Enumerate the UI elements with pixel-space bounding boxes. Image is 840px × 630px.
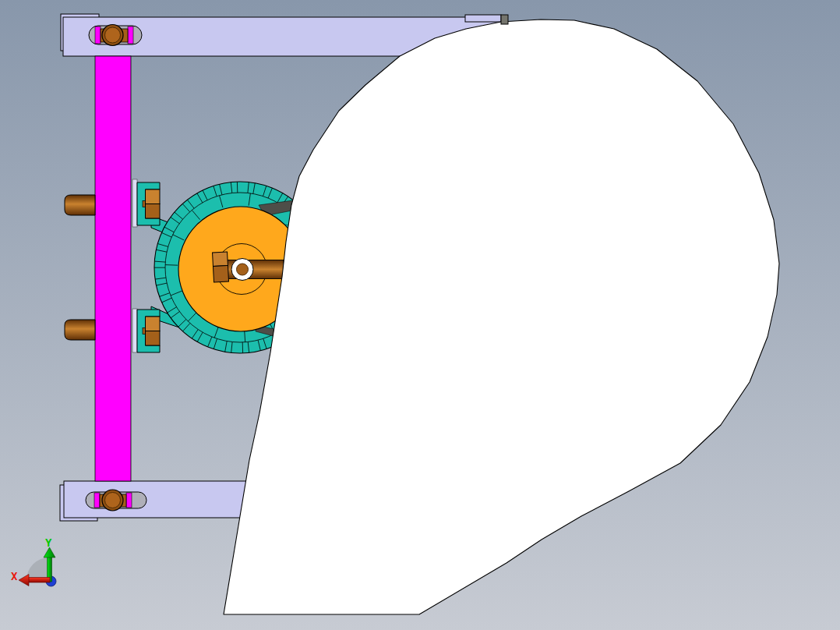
key-block-upper	[213, 252, 228, 266]
slot-beam-sliver-right	[128, 27, 133, 44]
hex-bolt-upper-half	[146, 189, 161, 204]
hex-bolt-lower-half	[146, 204, 161, 219]
pin-upper[interactable]	[65, 195, 95, 215]
clamp-spacer-strip	[132, 309, 137, 352]
hex-bolt-lower-half	[146, 331, 161, 346]
axis-y-label: Y	[45, 536, 52, 549]
top-slot-bolt-core	[105, 27, 121, 43]
slot-beam-sliver-left	[94, 493, 100, 508]
slot-beam-sliver-right	[126, 493, 132, 508]
vertical-beam[interactable]	[95, 56, 131, 481]
shaft-key-block[interactable]	[213, 252, 229, 282]
hex-bolt-upper-half	[146, 317, 161, 331]
key-block-lower	[213, 266, 228, 282]
top-rail-step	[465, 15, 501, 22]
hub-pin[interactable]	[237, 264, 249, 275]
end-cap	[501, 15, 508, 24]
model-canvas[interactable]: X Y	[0, 0, 840, 630]
slot-beam-sliver-left	[95, 27, 101, 44]
clamp-spacer-strip	[132, 179, 137, 227]
bottom-rail[interactable]	[60, 481, 249, 521]
bottom-slot-bolt-core	[105, 493, 121, 508]
cad-viewport[interactable]: X Y	[0, 0, 840, 630]
pin-lower[interactable]	[65, 320, 95, 340]
axis-x-label: X	[11, 570, 18, 582]
